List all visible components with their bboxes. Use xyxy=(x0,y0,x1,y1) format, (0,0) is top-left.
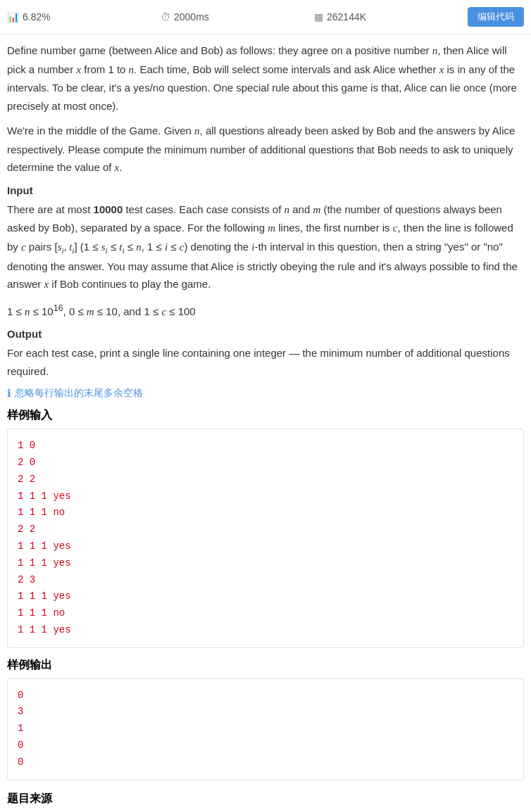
percent-value: 6.82% xyxy=(23,11,51,23)
clock-icon: ⏱ xyxy=(161,11,170,23)
chart-icon: 📊 xyxy=(7,11,19,23)
desc-paragraph: We're in the middle of the Game. Given n… xyxy=(7,122,524,177)
source-section: 题目来源 是男人就过 8 题--Pony.AI 题 人工智能头条 xyxy=(7,792,524,812)
problem-content: Define number game (between Alice and Bo… xyxy=(0,34,531,812)
input-description: There are at most 10000 test cases. Each… xyxy=(7,201,524,322)
info-icon: ℹ xyxy=(7,387,11,400)
sample-input-title: 样例输入 xyxy=(7,408,524,423)
constraint-para: 1 ≤ n ≤ 1016, 0 ≤ m ≤ 10, and 1 ≤ c ≤ 10… xyxy=(7,301,524,322)
sample-output-title: 样例输出 xyxy=(7,658,524,673)
top-bar: 📊 6.82% ⏱ 2000ms ▦ 262144K 编辑代码 xyxy=(0,0,531,34)
edit-code-button[interactable]: 编辑代码 xyxy=(468,7,524,27)
memory-value: 262144K xyxy=(327,11,366,23)
output-para: For each test case, print a single line … xyxy=(7,344,524,380)
input-section-title: Input xyxy=(7,184,524,196)
output-description: For each test case, print a single line … xyxy=(7,344,524,380)
input-para1: There are at most 10000 test cases. Each… xyxy=(7,201,524,294)
memory-icon: ▦ xyxy=(314,11,323,23)
sample-input-block: 1 0 2 0 2 2 1 1 1 yes 1 1 1 no 2 2 1 1 1… xyxy=(7,429,524,648)
percent-item: 📊 6.82% xyxy=(7,11,161,23)
output-section-title: Output xyxy=(7,328,524,340)
time-item: ⏱ 2000ms xyxy=(161,11,314,23)
tip-text: 忽略每行输出的末尾多余空格 xyxy=(15,387,143,400)
time-value: 2000ms xyxy=(174,11,209,23)
memory-item: ▦ 262144K xyxy=(314,11,468,23)
tip-row: ℹ 忽略每行输出的末尾多余空格 xyxy=(7,387,524,400)
sample-output-block: 0 3 1 0 0 xyxy=(7,678,524,780)
problem-intro: Define number game (between Alice and Bo… xyxy=(7,42,524,177)
source-title: 题目来源 xyxy=(7,792,524,806)
intro-paragraph: Define number game (between Alice and Bo… xyxy=(7,42,524,115)
